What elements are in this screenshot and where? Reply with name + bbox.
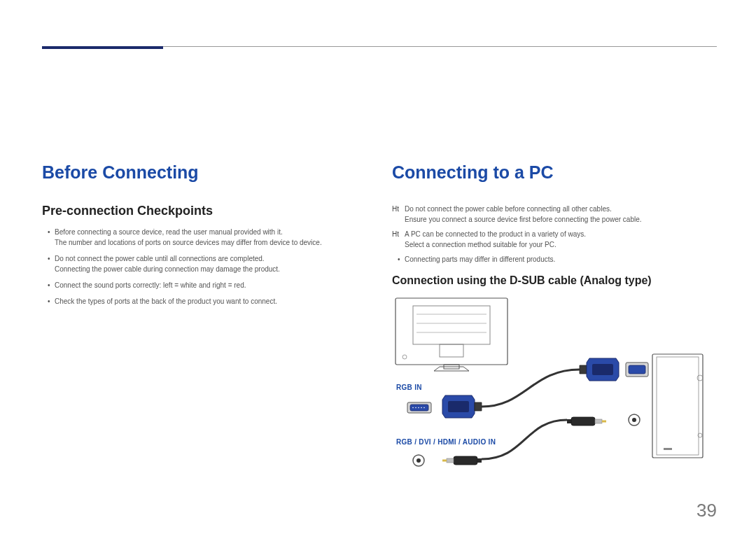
audio-plug-right-icon: [567, 417, 606, 426]
list-item: Check the types of ports at the back of …: [48, 296, 364, 307]
audio-jack-monitor-icon: [413, 455, 424, 466]
audio-jack-pc-icon: [629, 414, 640, 426]
dsub-port-monitor-icon: [407, 402, 431, 413]
port-label-audio-in: RGB / DVI / HDMI / AUDIO IN: [396, 438, 496, 446]
column-left: Before Connecting Pre-connection Checkpo…: [42, 162, 364, 484]
svg-point-18: [421, 407, 422, 409]
pc-tower-icon: [652, 354, 703, 458]
note-text: Do not connect the power cable before co…: [405, 204, 717, 225]
preconnection-list: Before connecting a source device, read …: [42, 227, 364, 307]
page-content: Before Connecting Pre-connection Checkpo…: [42, 162, 717, 484]
connecting-bullet-list: Connecting parts may differ in different…: [392, 254, 717, 265]
list-item: Connect the sound ports correctly: left …: [48, 280, 364, 290]
list-item: Before connecting a source device, read …: [48, 227, 364, 248]
svg-point-15: [412, 407, 414, 409]
svg-rect-23: [629, 365, 645, 374]
svg-point-33: [632, 418, 636, 422]
monitor-icon: [396, 298, 507, 371]
svg-point-10: [697, 375, 703, 381]
dsub-port-pc-icon: [626, 363, 648, 377]
svg-rect-27: [447, 458, 454, 463]
dsub-plug-right-icon: [580, 358, 619, 381]
svg-point-16: [415, 407, 416, 409]
audio-plug-left-icon: [442, 456, 482, 465]
svg-rect-8: [652, 354, 703, 458]
heading-connecting-pc: Connecting to a PC: [392, 162, 717, 183]
diagram-svg: [392, 295, 714, 484]
page-number: 39: [696, 500, 717, 521]
svg-rect-30: [595, 419, 602, 423]
note-row: Ht A PC can be connected to the product …: [392, 229, 717, 250]
heading-before-connecting: Before Connecting: [42, 162, 364, 183]
svg-rect-5: [440, 344, 463, 357]
subheading-dsub: Connection using the D-SUB cable (Analog…: [392, 274, 717, 287]
port-label-rgb-in: RGB IN: [396, 384, 422, 391]
svg-rect-29: [571, 417, 595, 426]
svg-rect-21: [592, 364, 613, 375]
svg-rect-31: [602, 421, 606, 423]
list-item: Connecting parts may differ in different…: [398, 254, 717, 265]
vga-cable-icon: [482, 370, 580, 407]
column-right: Connecting to a PC Ht Do not connect the…: [392, 162, 717, 484]
svg-point-25: [416, 458, 421, 463]
svg-point-17: [418, 407, 419, 409]
header-rule-accent: [42, 46, 163, 49]
list-item: Do not connect the power cable until all…: [48, 253, 364, 274]
subheading-preconnection: Pre-connection Checkpoints: [42, 204, 364, 218]
svg-rect-26: [454, 456, 477, 465]
note-label: Ht: [392, 204, 399, 225]
svg-rect-28: [442, 460, 447, 462]
connection-diagram: RGB IN RGB / DVI / HDMI / AUDIO IN: [392, 295, 714, 484]
svg-rect-0: [396, 298, 507, 365]
note-text: A PC can be connected to the product in …: [405, 229, 717, 250]
svg-point-6: [402, 355, 407, 359]
svg-rect-12: [664, 448, 672, 450]
svg-rect-1: [413, 306, 490, 344]
note-row: Ht Do not connect the power cable before…: [392, 204, 717, 225]
svg-rect-9: [657, 357, 699, 455]
svg-rect-20: [448, 401, 469, 412]
dsub-plug-left-icon: [442, 395, 482, 418]
note-label: Ht: [392, 229, 399, 250]
svg-point-19: [424, 407, 425, 409]
